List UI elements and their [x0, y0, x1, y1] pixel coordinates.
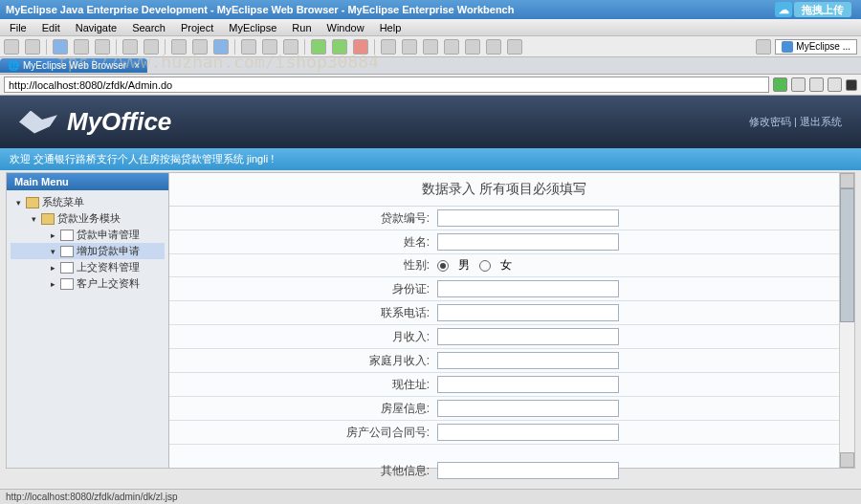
menu-window[interactable]: Window [321, 20, 370, 35]
tool-icon[interactable] [402, 39, 417, 55]
nav-icon[interactable] [809, 77, 824, 92]
page-icon [60, 230, 74, 241]
menu-myeclipse[interactable]: MyEclipse [223, 20, 282, 35]
input-house-info[interactable] [437, 400, 619, 417]
tool-icon[interactable] [171, 39, 187, 55]
menu-edit[interactable]: Edit [36, 20, 66, 35]
collapse-icon[interactable]: ▸ [51, 230, 60, 240]
window-titlebar: MyEclipse Java Enterprise Development - … [0, 0, 861, 19]
tool-icon[interactable] [444, 39, 459, 55]
expand-icon[interactable]: ▾ [32, 214, 41, 224]
menu-project[interactable]: Project [175, 20, 219, 35]
tree-module[interactable]: ▾ 贷款业务模块 [11, 210, 165, 227]
input-address[interactable] [437, 376, 619, 393]
tree-label: 客户上交资料 [77, 276, 140, 291]
scroll-up-icon[interactable] [840, 173, 854, 188]
upload-badge[interactable]: 拖拽上传 [794, 2, 851, 17]
url-input[interactable]: http://localhost:8080/zfdk/Admin.do [4, 77, 769, 93]
perspective-button[interactable]: MyEclipse ... [775, 39, 857, 55]
main-split: Main Menu ▾ 系统菜单 ▾ 贷款业务模块 ▸ 贷款申请管理 ▾ 增加贷… [6, 172, 855, 469]
close-icon[interactable]: × [134, 60, 140, 71]
tool-icon[interactable] [465, 39, 480, 55]
run-icon[interactable] [311, 39, 326, 55]
tree-label: 系统菜单 [42, 195, 84, 209]
tool-icon[interactable] [486, 39, 501, 55]
tool-icon[interactable] [507, 39, 522, 55]
app-header: MyOffice 修改密码 | 退出系统 [0, 96, 861, 148]
radio-male[interactable] [437, 260, 449, 272]
collapse-icon[interactable]: ▸ [51, 263, 60, 273]
stop-icon[interactable] [846, 79, 857, 91]
nav-icon[interactable] [791, 77, 806, 92]
window-title: MyEclipse Java Enterprise Development - … [6, 4, 514, 15]
form-title: 数据录入 所有项目必须填写 [169, 173, 839, 207]
logout-link[interactable]: 退出系统 [800, 116, 842, 127]
tool-icon[interactable] [95, 39, 110, 55]
radio-female[interactable] [479, 260, 491, 272]
menu-file[interactable]: File [4, 20, 33, 35]
tool-icon[interactable] [122, 39, 138, 55]
sidebar: Main Menu ▾ 系统菜单 ▾ 贷款业务模块 ▸ 贷款申请管理 ▾ 增加贷… [7, 173, 169, 468]
globe-icon: 🌐 [8, 60, 19, 71]
save-icon[interactable] [25, 39, 40, 55]
tool-icon[interactable] [381, 39, 396, 55]
tree-root[interactable]: ▾ 系统菜单 [11, 194, 165, 210]
tool-icon[interactable] [283, 39, 298, 55]
input-idcard[interactable] [437, 280, 619, 297]
input-phone[interactable] [437, 304, 619, 321]
nav-icon[interactable] [828, 77, 842, 92]
stop-icon[interactable] [353, 39, 368, 55]
tool-icon[interactable] [423, 39, 438, 55]
status-text: http://localhost:8080/zfdk/admin/dk/zl.j… [6, 492, 178, 502]
tool-icon[interactable] [74, 39, 89, 55]
run-icon[interactable] [332, 39, 347, 55]
folder-icon [41, 213, 55, 225]
collapse-icon[interactable]: ▸ [51, 279, 60, 289]
menu-bar: File Edit Navigate Search Project MyEcli… [0, 19, 861, 36]
form-panel: 数据录入 所有项目必须填写 贷款编号: 姓名: 性别: 男 女 身份证: 联系电… [169, 173, 839, 468]
tree-item-docs[interactable]: ▸ 上交资料管理 [11, 259, 165, 275]
menu-run[interactable]: Run [286, 20, 317, 35]
tree-item-loan-apply[interactable]: ▸ 贷款申请管理 [11, 227, 165, 243]
input-name[interactable] [437, 233, 619, 251]
tool-icon[interactable] [241, 39, 256, 55]
input-income[interactable] [437, 328, 619, 345]
page-icon [60, 262, 74, 274]
input-other[interactable] [437, 462, 619, 479]
browser-url-bar: http://localhost:8080/zfdk/Admin.do [0, 75, 861, 96]
label-family-income: 家庭月收入: [169, 353, 437, 369]
scrollbar[interactable] [839, 173, 854, 468]
tool-icon[interactable] [213, 39, 229, 55]
input-contract-no[interactable] [437, 424, 619, 441]
nav-tree: ▾ 系统菜单 ▾ 贷款业务模块 ▸ 贷款申请管理 ▾ 增加贷款申请 ▸ [7, 190, 168, 296]
tree-label: 上交资料管理 [77, 260, 140, 274]
expand-icon[interactable]: ▾ [16, 198, 26, 208]
menu-search[interactable]: Search [126, 20, 171, 35]
new-icon[interactable] [4, 39, 19, 55]
expand-icon[interactable]: ▾ [51, 247, 60, 256]
tool-icon[interactable] [53, 39, 68, 55]
tree-item-add-loan[interactable]: ▾ 增加贷款申请 [11, 243, 165, 259]
menu-navigate[interactable]: Navigate [70, 20, 122, 35]
tree-item-customer-docs[interactable]: ▸ 客户上交资料 [11, 275, 165, 292]
scroll-thumb[interactable] [840, 188, 854, 322]
app-logo-text: MyOffice [67, 107, 171, 137]
welcome-text: 欢迎 交通银行路桥支行个人住房按揭贷款管理系统 jingli ! [10, 153, 274, 164]
go-icon[interactable] [773, 77, 787, 92]
tool-icon[interactable] [192, 39, 208, 55]
tool-icon[interactable] [262, 39, 277, 55]
tool-icon[interactable] [144, 39, 159, 55]
tab-browser[interactable]: 🌐 MyEclipse Web Browser × [0, 58, 147, 73]
input-loan-no[interactable] [437, 209, 619, 227]
label-other: 其他信息: [169, 463, 437, 479]
cloud-icon[interactable]: ☁ [775, 2, 792, 17]
scroll-track[interactable] [840, 188, 854, 452]
menu-help[interactable]: Help [374, 20, 408, 35]
scroll-down-icon[interactable] [840, 452, 854, 468]
change-password-link[interactable]: 修改密码 [749, 116, 791, 127]
folder-icon [26, 197, 39, 208]
tree-label: 贷款业务模块 [57, 211, 121, 226]
radio-female-label: 女 [500, 257, 512, 274]
perspective-switcher-icon[interactable] [756, 39, 771, 55]
input-family-income[interactable] [437, 352, 619, 369]
